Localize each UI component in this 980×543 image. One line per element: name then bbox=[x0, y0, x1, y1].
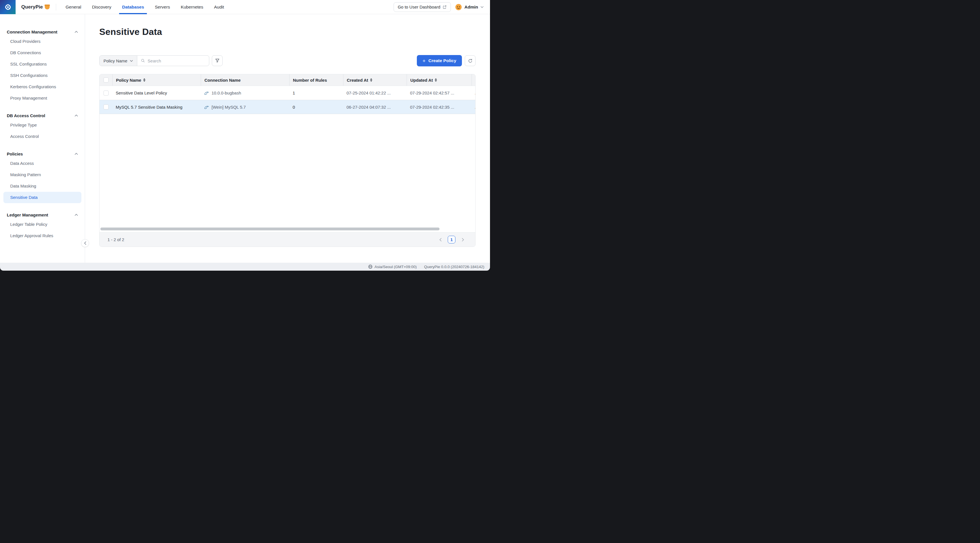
row-checkbox-cell bbox=[100, 100, 112, 114]
cell-clipped: A bbox=[472, 100, 475, 114]
brand: QueryPie bbox=[16, 4, 49, 10]
prev-page-button[interactable] bbox=[438, 237, 443, 242]
sidebar-item-db-connections[interactable]: DB Connections bbox=[0, 47, 85, 59]
nav-tabs: General Discovery Databases Servers Kube… bbox=[60, 0, 229, 14]
sidebar: Connection Management Cloud Providers DB… bbox=[0, 14, 85, 263]
tab-general[interactable]: General bbox=[65, 0, 81, 14]
policies-table: Policy Name Connection Name Number of Ru… bbox=[99, 74, 476, 247]
chevron-left-icon bbox=[439, 238, 442, 242]
toolbar-right: + Create Policy bbox=[417, 55, 476, 66]
scrollbar-thumb[interactable] bbox=[100, 228, 439, 230]
sidebar-item-masking-pattern[interactable]: Masking Pattern bbox=[0, 169, 85, 180]
header-created-at[interactable]: Created At bbox=[343, 74, 407, 86]
sidebar-item-access-control[interactable]: Access Control bbox=[0, 131, 85, 142]
chevron-up-icon bbox=[75, 115, 78, 116]
section-title: Policies bbox=[7, 151, 23, 156]
table-row[interactable]: Sensitive Data Level Policy 10.0.0-bugba… bbox=[100, 86, 475, 100]
chevron-left-icon bbox=[84, 241, 86, 245]
header-connection-name: Connection Name bbox=[201, 74, 289, 86]
app-root: QueryPie General Discovery Databases Ser… bbox=[0, 0, 490, 272]
sidebar-item-ledger-approval-rules[interactable]: Ledger Approval Rules bbox=[0, 230, 85, 241]
tab-audit[interactable]: Audit bbox=[214, 0, 224, 14]
plus-icon: + bbox=[423, 58, 426, 64]
search-input[interactable] bbox=[148, 59, 205, 63]
sidebar-item-privilege-type[interactable]: Privilege Type bbox=[0, 119, 85, 131]
user-name: Admin bbox=[465, 5, 478, 10]
sidebar-item-ssl-configurations[interactable]: SSL Configurations bbox=[0, 59, 85, 70]
sidebar-item-data-access[interactable]: Data Access bbox=[0, 158, 85, 169]
header-label: Number of Rules bbox=[293, 78, 327, 83]
section-header-policies[interactable]: Policies bbox=[0, 150, 85, 158]
mysql-dolphin-icon bbox=[204, 105, 209, 109]
brand-name: QueryPie bbox=[21, 4, 43, 10]
version-status: QueryPie 0.0.0 (20240726-184142) bbox=[424, 265, 484, 269]
select-all-cell bbox=[100, 74, 112, 86]
row-checkbox-cell bbox=[100, 86, 112, 100]
table-row[interactable]: MySQL 5.7 Sensitive Data Masking [Wein] … bbox=[100, 100, 475, 114]
select-all-checkbox[interactable] bbox=[103, 78, 108, 83]
globe-icon bbox=[368, 264, 372, 269]
header-policy-name[interactable]: Policy Name bbox=[112, 74, 201, 86]
header-label: Created At bbox=[347, 78, 368, 83]
external-link-icon bbox=[443, 5, 447, 9]
go-to-user-dashboard-button[interactable]: Go to User Dashboard bbox=[394, 2, 451, 12]
connection-name-text: 10.0.0-bugbash bbox=[212, 91, 241, 96]
section-title: DB Access Control bbox=[7, 113, 45, 118]
filter-field-dropdown[interactable]: Policy Name bbox=[100, 56, 137, 66]
chevron-up-icon bbox=[75, 31, 78, 33]
filter-funnel-button[interactable] bbox=[212, 55, 223, 66]
sidebar-item-data-masking[interactable]: Data Masking bbox=[0, 180, 85, 192]
cell-clipped: A bbox=[472, 86, 475, 100]
user-menu[interactable]: Admin bbox=[455, 3, 484, 11]
timezone-text: Asia/Seoul (GMT+09:00) bbox=[375, 265, 417, 269]
filter-group: Policy Name bbox=[99, 55, 209, 66]
table-header-row: Policy Name Connection Name Number of Ru… bbox=[100, 74, 475, 86]
sidebar-item-sensitive-data[interactable]: Sensitive Data bbox=[3, 192, 81, 203]
section-header-ledger-management[interactable]: Ledger Management bbox=[0, 211, 85, 219]
pagination-summary: 1 - 2 of 2 bbox=[107, 237, 124, 242]
timezone-status: Asia/Seoul (GMT+09:00) bbox=[368, 264, 417, 269]
page-title: Sensitive Data bbox=[99, 27, 476, 37]
status-bar: Asia/Seoul (GMT+09:00) QueryPie 0.0.0 (2… bbox=[0, 263, 490, 271]
tab-databases[interactable]: Databases bbox=[122, 0, 144, 14]
row-checkbox[interactable] bbox=[103, 104, 108, 110]
querypie-logo[interactable] bbox=[0, 0, 16, 14]
header-updated-at[interactable]: Updated At bbox=[407, 74, 472, 86]
search-icon bbox=[141, 59, 145, 63]
cell-updated-at: 07-29-2024 02:42:35 ... bbox=[407, 100, 472, 114]
cell-updated-at: 07-29-2024 02:42:57 ... bbox=[407, 86, 472, 100]
header-label: Connection Name bbox=[204, 78, 241, 83]
sidebar-item-kerberos-configurations[interactable]: Kerberos Configurations bbox=[0, 81, 85, 92]
nav-divider bbox=[56, 4, 56, 11]
sidebar-item-proxy-management[interactable]: Proxy Management bbox=[0, 92, 85, 104]
sidebar-item-ssh-configurations[interactable]: SSH Configurations bbox=[0, 70, 85, 81]
mysql-dolphin-icon bbox=[204, 91, 209, 95]
section-header-db-access-control[interactable]: DB Access Control bbox=[0, 111, 85, 119]
refresh-button[interactable] bbox=[465, 55, 476, 66]
sidebar-item-cloud-providers[interactable]: Cloud Providers bbox=[0, 36, 85, 47]
section-header-connection-management[interactable]: Connection Management bbox=[0, 28, 85, 36]
create-policy-button[interactable]: + Create Policy bbox=[417, 55, 462, 66]
tab-discovery[interactable]: Discovery bbox=[92, 0, 111, 14]
sort-icon bbox=[435, 78, 437, 82]
refresh-icon bbox=[468, 59, 473, 63]
section-policies: Policies Data Access Masking Pattern Dat… bbox=[0, 150, 85, 203]
cell-policy-name[interactable]: Sensitive Data Level Policy bbox=[112, 86, 201, 100]
row-checkbox[interactable] bbox=[103, 91, 108, 96]
dashboard-button-label: Go to User Dashboard bbox=[398, 5, 441, 10]
chevron-down-icon bbox=[480, 6, 484, 8]
page-number-button[interactable]: 1 bbox=[448, 236, 455, 244]
header-label: Policy Name bbox=[116, 78, 141, 83]
next-page-button[interactable] bbox=[460, 237, 466, 242]
section-ledger-management: Ledger Management Ledger Table Policy Le… bbox=[0, 211, 85, 241]
tab-kubernetes[interactable]: Kubernetes bbox=[181, 0, 203, 14]
honey-pot-icon bbox=[45, 5, 49, 10]
cell-policy-name[interactable]: MySQL 5.7 Sensitive Data Masking bbox=[112, 100, 201, 114]
tab-servers[interactable]: Servers bbox=[155, 0, 170, 14]
main-content: Sensitive Data Policy Name bbox=[85, 14, 490, 263]
sidebar-item-ledger-table-policy[interactable]: Ledger Table Policy bbox=[0, 219, 85, 230]
horizontal-scrollbar bbox=[100, 228, 475, 230]
sidebar-collapse-button[interactable] bbox=[81, 239, 89, 247]
chevron-right-icon bbox=[461, 238, 464, 242]
table-empty-space bbox=[100, 114, 475, 228]
